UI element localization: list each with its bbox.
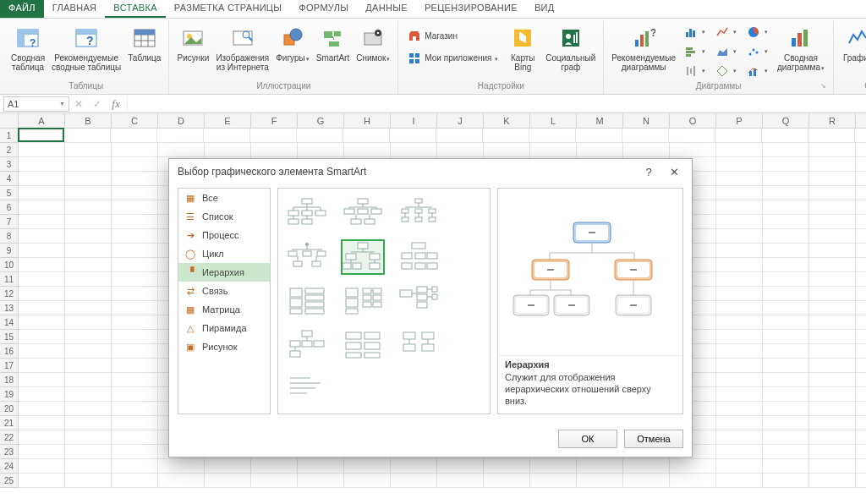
chart-combo-button[interactable]: ▾ <box>743 63 772 79</box>
cell[interactable] <box>763 359 809 373</box>
cell[interactable] <box>65 416 112 430</box>
row-header[interactable]: 1 <box>0 129 19 143</box>
cell[interactable] <box>251 474 298 488</box>
cell[interactable] <box>65 359 112 373</box>
cell[interactable] <box>809 244 856 258</box>
cell[interactable] <box>112 459 158 474</box>
cell[interactable] <box>65 373 112 387</box>
cell[interactable] <box>809 157 856 172</box>
cell[interactable] <box>112 301 158 315</box>
cell[interactable] <box>19 474 65 488</box>
chart-line-button[interactable]: ▾ <box>711 24 741 41</box>
smartart-button[interactable]: SmartArt <box>314 22 352 74</box>
cell[interactable] <box>763 186 809 200</box>
row-header[interactable]: 5 <box>0 186 19 200</box>
cell[interactable] <box>763 287 809 301</box>
column-header[interactable]: G <box>298 113 344 128</box>
cell[interactable] <box>716 172 763 186</box>
column-header[interactable]: A <box>19 113 65 128</box>
column-header[interactable]: M <box>577 113 623 128</box>
cell[interactable] <box>716 459 763 474</box>
cell[interactable] <box>670 143 716 157</box>
cell[interactable] <box>763 402 809 416</box>
row-header[interactable]: 9 <box>0 244 19 258</box>
cell[interactable] <box>809 344 856 359</box>
row-header[interactable]: 18 <box>0 373 19 387</box>
category-item[interactable]: ▦Матрица <box>178 300 270 319</box>
dialog-help-button[interactable]: ? <box>636 162 661 181</box>
cell[interactable] <box>65 287 112 301</box>
cell[interactable] <box>298 143 344 157</box>
cell[interactable] <box>204 129 250 143</box>
gallery-item[interactable] <box>285 195 329 231</box>
cancel-button[interactable]: Отмена <box>624 430 683 448</box>
cell[interactable] <box>112 244 158 258</box>
cell[interactable] <box>762 129 808 143</box>
row-header[interactable]: 14 <box>0 315 19 330</box>
cell[interactable] <box>763 157 809 172</box>
cell[interactable] <box>112 387 158 402</box>
cell[interactable] <box>716 258 763 272</box>
cell[interactable] <box>763 315 809 330</box>
cell[interactable] <box>716 186 763 200</box>
cell[interactable] <box>251 459 298 474</box>
cell[interactable] <box>19 229 65 244</box>
cell[interactable] <box>112 172 158 186</box>
row-header[interactable]: 3 <box>0 157 19 172</box>
cell[interactable] <box>763 272 809 287</box>
cell[interactable] <box>437 474 484 488</box>
cell[interactable] <box>576 129 622 143</box>
cell[interactable] <box>112 416 158 430</box>
cell[interactable] <box>19 359 65 373</box>
column-header[interactable]: J <box>437 113 484 128</box>
cell[interactable] <box>716 200 763 215</box>
cell[interactable] <box>65 258 112 272</box>
column-header[interactable]: I <box>391 113 437 128</box>
cell[interactable] <box>809 359 856 373</box>
cell[interactable] <box>669 129 715 143</box>
cell[interactable] <box>436 129 483 143</box>
cell[interactable] <box>112 330 158 344</box>
my-apps-button[interactable]: Мои приложения ▾ <box>403 50 502 67</box>
gallery-item[interactable] <box>397 327 441 363</box>
cell[interactable] <box>112 229 158 244</box>
cell[interactable] <box>763 215 809 229</box>
cell[interactable] <box>297 129 343 143</box>
chart-area-button[interactable]: ▾ <box>711 43 741 60</box>
cell[interactable] <box>484 143 530 157</box>
cell[interactable] <box>763 200 809 215</box>
cell[interactable] <box>112 402 158 416</box>
cell[interactable] <box>763 172 809 186</box>
tab-page-layout[interactable]: РАЗМЕТКА СТРАНИЦЫ <box>166 0 291 18</box>
tab-view[interactable]: ВИД <box>526 0 563 18</box>
cell[interactable] <box>65 157 112 172</box>
cell[interactable] <box>65 229 112 244</box>
gallery-item[interactable] <box>285 239 329 275</box>
gallery-item[interactable] <box>397 239 441 275</box>
row-header[interactable]: 8 <box>0 229 19 244</box>
cell[interactable] <box>716 272 763 287</box>
cell[interactable] <box>390 129 436 143</box>
cell[interactable] <box>716 359 763 373</box>
column-header[interactable]: D <box>158 113 205 128</box>
cell[interactable] <box>19 143 65 157</box>
cell[interactable] <box>530 459 577 474</box>
cell[interactable] <box>344 143 391 157</box>
charts-dialog-launcher[interactable]: ↘ <box>819 82 828 90</box>
select-all-triangle[interactable] <box>0 113 19 128</box>
chart-bar-button[interactable]: ▾ <box>680 43 710 60</box>
tab-home[interactable]: ГЛАВНАЯ <box>44 0 106 18</box>
cell[interactable] <box>763 445 809 459</box>
category-item[interactable]: △Пирамида <box>178 319 270 337</box>
cell[interactable] <box>19 272 65 287</box>
category-item[interactable]: ▝Иерархия <box>178 263 270 282</box>
cell[interactable] <box>716 215 763 229</box>
cell[interactable] <box>484 474 530 488</box>
cell[interactable] <box>716 402 763 416</box>
cell[interactable] <box>158 459 205 474</box>
row-header[interactable]: 22 <box>0 430 19 445</box>
cell[interactable] <box>809 172 856 186</box>
category-item[interactable]: ➔Процесс <box>178 226 270 244</box>
tab-review[interactable]: РЕЦЕНЗИРОВАНИЕ <box>416 0 526 18</box>
cell[interactable] <box>65 200 112 215</box>
